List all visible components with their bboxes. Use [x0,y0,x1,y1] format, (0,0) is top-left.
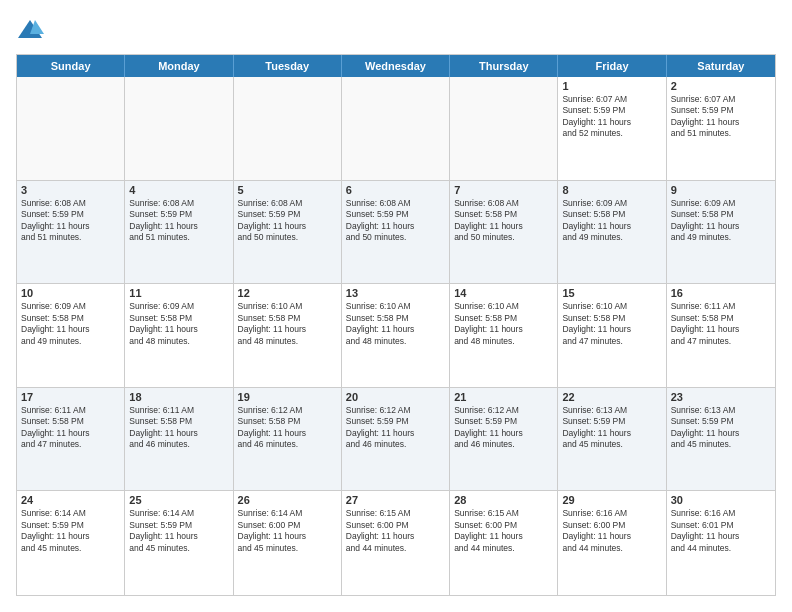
cell-info: Sunrise: 6:07 AMSunset: 5:59 PMDaylight:… [562,94,661,140]
cell-date: 23 [671,391,771,403]
page: SundayMondayTuesdayWednesdayThursdayFrid… [0,0,792,612]
cell-date: 28 [454,494,553,506]
cell-info: Sunrise: 6:09 AMSunset: 5:58 PMDaylight:… [671,198,771,244]
cell-date: 26 [238,494,337,506]
calendar-header: SundayMondayTuesdayWednesdayThursdayFrid… [17,55,775,77]
cell-date: 17 [21,391,120,403]
cell-info: Sunrise: 6:12 AMSunset: 5:59 PMDaylight:… [346,405,445,451]
calendar: SundayMondayTuesdayWednesdayThursdayFrid… [16,54,776,596]
day-header-tuesday: Tuesday [234,55,342,77]
calendar-row: 1Sunrise: 6:07 AMSunset: 5:59 PMDaylight… [17,77,775,181]
calendar-cell: 4Sunrise: 6:08 AMSunset: 5:59 PMDaylight… [125,181,233,284]
day-header-sunday: Sunday [17,55,125,77]
cell-date: 3 [21,184,120,196]
cell-info: Sunrise: 6:13 AMSunset: 5:59 PMDaylight:… [671,405,771,451]
cell-info: Sunrise: 6:08 AMSunset: 5:59 PMDaylight:… [129,198,228,244]
calendar-cell: 28Sunrise: 6:15 AMSunset: 6:00 PMDayligh… [450,491,558,595]
cell-info: Sunrise: 6:11 AMSunset: 5:58 PMDaylight:… [21,405,120,451]
cell-date: 24 [21,494,120,506]
calendar-row: 3Sunrise: 6:08 AMSunset: 5:59 PMDaylight… [17,181,775,285]
calendar-cell: 23Sunrise: 6:13 AMSunset: 5:59 PMDayligh… [667,388,775,491]
cell-info: Sunrise: 6:13 AMSunset: 5:59 PMDaylight:… [562,405,661,451]
calendar-cell: 19Sunrise: 6:12 AMSunset: 5:58 PMDayligh… [234,388,342,491]
cell-info: Sunrise: 6:10 AMSunset: 5:58 PMDaylight:… [346,301,445,347]
cell-info: Sunrise: 6:08 AMSunset: 5:59 PMDaylight:… [238,198,337,244]
cell-date: 2 [671,80,771,92]
cell-date: 8 [562,184,661,196]
cell-date: 10 [21,287,120,299]
cell-date: 1 [562,80,661,92]
calendar-cell: 29Sunrise: 6:16 AMSunset: 6:00 PMDayligh… [558,491,666,595]
calendar-cell: 15Sunrise: 6:10 AMSunset: 5:58 PMDayligh… [558,284,666,387]
calendar-cell: 7Sunrise: 6:08 AMSunset: 5:58 PMDaylight… [450,181,558,284]
cell-date: 29 [562,494,661,506]
calendar-cell: 22Sunrise: 6:13 AMSunset: 5:59 PMDayligh… [558,388,666,491]
calendar-row: 10Sunrise: 6:09 AMSunset: 5:58 PMDayligh… [17,284,775,388]
calendar-cell: 24Sunrise: 6:14 AMSunset: 5:59 PMDayligh… [17,491,125,595]
cell-info: Sunrise: 6:10 AMSunset: 5:58 PMDaylight:… [562,301,661,347]
calendar-cell [342,77,450,180]
calendar-cell: 16Sunrise: 6:11 AMSunset: 5:58 PMDayligh… [667,284,775,387]
cell-date: 11 [129,287,228,299]
cell-date: 6 [346,184,445,196]
logo-icon [16,16,44,44]
calendar-cell [450,77,558,180]
calendar-cell: 5Sunrise: 6:08 AMSunset: 5:59 PMDaylight… [234,181,342,284]
calendar-cell: 27Sunrise: 6:15 AMSunset: 6:00 PMDayligh… [342,491,450,595]
cell-date: 20 [346,391,445,403]
calendar-row: 24Sunrise: 6:14 AMSunset: 5:59 PMDayligh… [17,491,775,595]
cell-info: Sunrise: 6:14 AMSunset: 5:59 PMDaylight:… [129,508,228,554]
cell-info: Sunrise: 6:16 AMSunset: 6:00 PMDaylight:… [562,508,661,554]
calendar-cell: 21Sunrise: 6:12 AMSunset: 5:59 PMDayligh… [450,388,558,491]
cell-info: Sunrise: 6:07 AMSunset: 5:59 PMDaylight:… [671,94,771,140]
cell-info: Sunrise: 6:11 AMSunset: 5:58 PMDaylight:… [671,301,771,347]
calendar-cell: 9Sunrise: 6:09 AMSunset: 5:58 PMDaylight… [667,181,775,284]
cell-date: 12 [238,287,337,299]
calendar-cell: 14Sunrise: 6:10 AMSunset: 5:58 PMDayligh… [450,284,558,387]
calendar-cell: 11Sunrise: 6:09 AMSunset: 5:58 PMDayligh… [125,284,233,387]
calendar-cell: 26Sunrise: 6:14 AMSunset: 6:00 PMDayligh… [234,491,342,595]
header [16,16,776,44]
cell-date: 13 [346,287,445,299]
cell-info: Sunrise: 6:10 AMSunset: 5:58 PMDaylight:… [454,301,553,347]
calendar-cell: 2Sunrise: 6:07 AMSunset: 5:59 PMDaylight… [667,77,775,180]
cell-date: 21 [454,391,553,403]
day-header-friday: Friday [558,55,666,77]
cell-info: Sunrise: 6:09 AMSunset: 5:58 PMDaylight:… [129,301,228,347]
cell-date: 30 [671,494,771,506]
day-header-monday: Monday [125,55,233,77]
calendar-row: 17Sunrise: 6:11 AMSunset: 5:58 PMDayligh… [17,388,775,492]
cell-date: 15 [562,287,661,299]
cell-date: 18 [129,391,228,403]
cell-info: Sunrise: 6:16 AMSunset: 6:01 PMDaylight:… [671,508,771,554]
calendar-cell: 17Sunrise: 6:11 AMSunset: 5:58 PMDayligh… [17,388,125,491]
calendar-cell [17,77,125,180]
cell-info: Sunrise: 6:09 AMSunset: 5:58 PMDaylight:… [21,301,120,347]
cell-date: 9 [671,184,771,196]
day-header-saturday: Saturday [667,55,775,77]
calendar-cell: 3Sunrise: 6:08 AMSunset: 5:59 PMDaylight… [17,181,125,284]
cell-date: 4 [129,184,228,196]
cell-info: Sunrise: 6:12 AMSunset: 5:58 PMDaylight:… [238,405,337,451]
calendar-cell [234,77,342,180]
calendar-cell: 18Sunrise: 6:11 AMSunset: 5:58 PMDayligh… [125,388,233,491]
calendar-cell: 13Sunrise: 6:10 AMSunset: 5:58 PMDayligh… [342,284,450,387]
cell-info: Sunrise: 6:14 AMSunset: 6:00 PMDaylight:… [238,508,337,554]
calendar-cell [125,77,233,180]
cell-date: 27 [346,494,445,506]
calendar-cell: 6Sunrise: 6:08 AMSunset: 5:59 PMDaylight… [342,181,450,284]
cell-date: 7 [454,184,553,196]
cell-info: Sunrise: 6:08 AMSunset: 5:59 PMDaylight:… [346,198,445,244]
calendar-cell: 8Sunrise: 6:09 AMSunset: 5:58 PMDaylight… [558,181,666,284]
cell-date: 19 [238,391,337,403]
calendar-cell: 20Sunrise: 6:12 AMSunset: 5:59 PMDayligh… [342,388,450,491]
day-header-thursday: Thursday [450,55,558,77]
day-header-wednesday: Wednesday [342,55,450,77]
cell-info: Sunrise: 6:08 AMSunset: 5:58 PMDaylight:… [454,198,553,244]
calendar-cell: 25Sunrise: 6:14 AMSunset: 5:59 PMDayligh… [125,491,233,595]
cell-date: 25 [129,494,228,506]
cell-date: 16 [671,287,771,299]
cell-info: Sunrise: 6:12 AMSunset: 5:59 PMDaylight:… [454,405,553,451]
cell-info: Sunrise: 6:08 AMSunset: 5:59 PMDaylight:… [21,198,120,244]
calendar-cell: 10Sunrise: 6:09 AMSunset: 5:58 PMDayligh… [17,284,125,387]
